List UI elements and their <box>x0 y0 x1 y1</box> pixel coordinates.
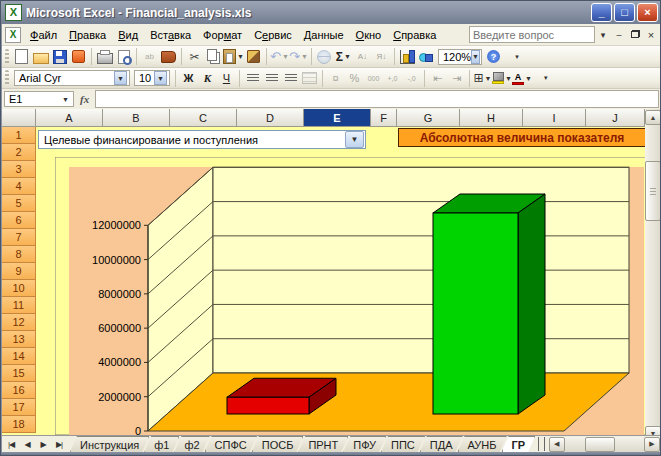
menu-Справка[interactable]: Справка <box>387 26 442 44</box>
column-header-I[interactable]: I <box>523 109 586 127</box>
workbook-minimize-button[interactable]: – <box>611 28 627 42</box>
help-icon[interactable]: ? <box>484 48 503 66</box>
bar-side-face[interactable] <box>518 194 545 414</box>
toolbar-options-button[interactable]: ▾ <box>536 69 555 87</box>
font-name-combo[interactable]: Arial Cyr▼ <box>14 70 130 86</box>
autosum-icon[interactable]: Σ▼ <box>334 48 353 66</box>
workbook-close-button[interactable]: × <box>643 27 659 43</box>
column-header-H[interactable]: H <box>460 109 523 127</box>
row-header-10[interactable]: 10 <box>2 280 36 297</box>
open-icon[interactable] <box>31 48 50 66</box>
embedded-3d-bar-chart[interactable]: 0200000040000006000000800000010000000120… <box>55 157 647 435</box>
insert-function-icon[interactable]: fx <box>74 93 95 105</box>
menu-Сервис[interactable]: Сервис <box>248 26 298 44</box>
row-header-11[interactable]: 11 <box>2 297 36 314</box>
row-header-13[interactable]: 13 <box>2 331 36 348</box>
drawing-icon[interactable] <box>417 48 436 66</box>
column-header-F[interactable]: F <box>371 109 397 127</box>
fill-color-icon-dropdown-icon[interactable]: ▼ <box>505 75 512 82</box>
first-sheet-button[interactable]: |◀ <box>3 437 19 452</box>
fill-color-icon[interactable]: ▼ <box>492 69 512 87</box>
cut-icon[interactable]: ✂ <box>185 48 204 66</box>
sheet-tab-АУНБ[interactable]: АУНБ <box>458 436 507 452</box>
bold-icon[interactable]: Ж <box>179 69 198 87</box>
column-header-A[interactable]: A <box>36 109 103 127</box>
borders-icon[interactable]: ⊞▼ <box>473 69 492 87</box>
format-painter-icon[interactable] <box>244 48 263 66</box>
underline-icon[interactable]: Ч <box>217 69 236 87</box>
toolbar-grip[interactable] <box>5 49 9 65</box>
scroll-up-button[interactable]: ▲ <box>645 110 661 125</box>
sheet-tab-ПДА[interactable]: ПДА <box>420 436 463 452</box>
align-center-icon[interactable] <box>262 69 281 87</box>
font-size-combo-dropdown-icon[interactable]: ▼ <box>154 71 167 85</box>
sheet-tab-СПФС[interactable]: СПФС <box>205 436 257 452</box>
zoom-combo-dropdown-icon[interactable]: ▼ <box>471 50 480 64</box>
sheet-tab-Инструкция[interactable]: Инструкция <box>70 436 149 452</box>
menu-Файл[interactable]: Файл <box>24 26 63 44</box>
column-header-B[interactable]: B <box>103 109 170 127</box>
row-header-16[interactable]: 16 <box>2 382 36 399</box>
horizontal-scroll-thumb[interactable] <box>585 437 615 452</box>
column-header-E[interactable]: E <box>304 109 371 127</box>
vertical-scrollbar[interactable]: ▲ ▼ <box>645 109 661 435</box>
horizontal-scrollbar[interactable]: ◀ ▶ <box>549 437 660 452</box>
bar-front-face[interactable] <box>227 397 309 414</box>
question-input[interactable] <box>469 26 595 43</box>
row-header-5[interactable]: 5 <box>2 195 36 212</box>
row-header-18[interactable]: 18 <box>2 416 36 433</box>
workbook-icon[interactable]: X <box>5 27 21 43</box>
scroll-right-button[interactable]: ▶ <box>644 437 660 452</box>
menu-Формат[interactable]: Формат <box>197 26 248 44</box>
row-header-1[interactable]: 1 <box>2 127 36 144</box>
row-header-12[interactable]: 12 <box>2 314 36 331</box>
name-box-dropdown-icon[interactable]: ▼ <box>62 96 69 103</box>
font-size-combo[interactable]: 10▼ <box>134 70 170 86</box>
menu-Правка[interactable]: Правка <box>63 26 112 44</box>
column-header-D[interactable]: D <box>237 109 304 127</box>
row-header-3[interactable]: 3 <box>2 161 36 178</box>
zoom-combo[interactable]: 120%▼ <box>438 49 482 65</box>
menu-Окно[interactable]: Окно <box>350 26 388 44</box>
print-icon[interactable] <box>95 48 114 66</box>
row-header-7[interactable]: 7 <box>2 229 36 246</box>
close-button[interactable]: × <box>637 3 658 22</box>
row-header-4[interactable]: 4 <box>2 178 36 195</box>
question-dropdown-icon[interactable]: ▾ <box>595 28 611 42</box>
sheet-tab-ППС[interactable]: ППС <box>381 436 425 452</box>
tab-split-handle[interactable] <box>538 437 545 451</box>
save-icon[interactable] <box>50 48 69 66</box>
sheet-tab-ПФУ[interactable]: ПФУ <box>343 436 386 452</box>
row-header-8[interactable]: 8 <box>2 246 36 263</box>
sheet-tab-ПРНТ[interactable]: ПРНТ <box>298 436 348 452</box>
previous-sheet-button[interactable]: ◀ <box>19 437 35 452</box>
row-header-14[interactable]: 14 <box>2 348 36 365</box>
font-name-combo-dropdown-icon[interactable]: ▼ <box>114 71 127 85</box>
toolbar-options-button[interactable]: ▾ <box>507 48 526 66</box>
menu-Данные[interactable]: Данные <box>298 26 350 44</box>
select-all-corner[interactable] <box>2 109 36 127</box>
toolbar-grip[interactable] <box>5 70 9 86</box>
vertical-scroll-thumb[interactable] <box>645 161 661 221</box>
maximize-button[interactable]: □ <box>614 3 635 22</box>
column-header-G[interactable]: G <box>397 109 460 127</box>
row-header-9[interactable]: 9 <box>2 263 36 280</box>
italic-icon[interactable]: К <box>198 69 217 87</box>
column-header-J[interactable]: J <box>586 109 645 127</box>
copy-icon[interactable] <box>204 48 223 66</box>
font-color-icon[interactable]: А▼ <box>512 69 532 87</box>
print-preview-icon[interactable] <box>114 48 133 66</box>
row-header-2[interactable]: 2 <box>2 144 36 161</box>
paste-icon[interactable]: ▼ <box>223 48 244 66</box>
last-sheet-button[interactable]: ▶| <box>51 437 67 452</box>
column-header-C[interactable]: C <box>170 109 237 127</box>
paste-icon-dropdown-icon[interactable]: ▼ <box>237 53 244 60</box>
workbook-restore-button[interactable] <box>627 28 643 42</box>
sheet-tab-ф1[interactable]: ф1 <box>144 436 179 452</box>
next-sheet-button[interactable]: ▶ <box>35 437 51 452</box>
autosum-icon-dropdown-icon[interactable]: ▼ <box>344 53 351 60</box>
font-color-icon-dropdown-icon[interactable]: ▼ <box>525 75 532 82</box>
formula-input[interactable] <box>95 90 659 108</box>
sheet-tab-ПОСБ[interactable]: ПОСБ <box>252 436 304 452</box>
menu-Вставка[interactable]: Вставка <box>144 26 197 44</box>
